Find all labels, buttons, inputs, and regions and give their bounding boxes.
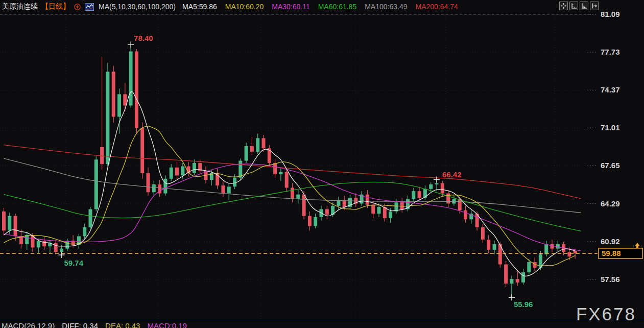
price-up-arrow-icon	[635, 243, 640, 249]
candle	[170, 164, 173, 181]
candle	[383, 203, 387, 221]
symbol-name: 美原油连续	[2, 2, 38, 11]
ma-values: MA5:59.86MA10:60.20MA30:60.11MA60:61.85M…	[182, 3, 458, 11]
jump-to-latest-icon[interactable]	[590, 2, 599, 10]
candle	[221, 181, 225, 197]
candle	[412, 188, 415, 201]
candle	[89, 207, 92, 229]
candle	[256, 134, 259, 154]
candle	[227, 183, 231, 200]
candle	[521, 269, 525, 285]
candle	[371, 201, 375, 218]
candle	[452, 196, 456, 206]
candle	[325, 206, 329, 219]
macd-macd-value: MACD:0.19	[147, 321, 187, 328]
candle	[83, 224, 86, 239]
candle	[481, 224, 485, 243]
candle	[77, 234, 81, 249]
chart-header: 美原油连续 【日线】 MA(5,10,30,60,100,200) MA5:59…	[2, 0, 458, 13]
swing-annotation: 59.74	[59, 252, 84, 267]
ma-value: MA100:63.49	[365, 3, 407, 11]
candle	[42, 238, 46, 250]
ma-value: MA5:59.86	[182, 3, 217, 11]
candle	[493, 241, 496, 254]
candle	[123, 83, 127, 111]
add-indicator-icon[interactable]	[74, 3, 81, 11]
ma-value: MA200:64.74	[415, 3, 458, 11]
candle	[268, 145, 271, 167]
candle	[187, 162, 190, 177]
candle	[354, 194, 357, 207]
candle	[100, 57, 104, 170]
swing-annotation: 66.42	[434, 170, 462, 183]
candle	[129, 44, 133, 108]
chart-toolbar	[559, 2, 599, 10]
candle	[406, 196, 410, 212]
candle	[446, 190, 450, 207]
chart-style-icon[interactable]	[85, 3, 94, 11]
candle	[487, 235, 490, 253]
swing-price-label: 55.96	[514, 300, 533, 309]
candle	[273, 158, 277, 178]
macd-readout: MACD(26,12,9) DIFF: 0.34 DEA: 0.43 MACD:…	[2, 321, 187, 328]
chart-canvas[interactable]: 78.4059.7466.4255.9681.0977.7374.3771.01…	[0, 0, 644, 328]
axis-tick-label: 60.92	[601, 237, 620, 246]
candle	[348, 195, 352, 209]
candle	[250, 137, 254, 155]
candle	[464, 206, 467, 223]
swing-price-label: 59.74	[64, 259, 84, 267]
axis-tick-label: 67.65	[601, 161, 620, 170]
axis-tick-label: 77.73	[601, 48, 620, 56]
candle	[163, 175, 167, 196]
axis-scale-icon[interactable]	[569, 2, 578, 10]
axis-tick-label: 81.09	[601, 10, 620, 18]
candle	[469, 210, 473, 224]
candle	[2, 208, 6, 235]
candle	[308, 212, 312, 231]
candle	[54, 240, 58, 254]
pan-icon[interactable]	[559, 2, 568, 10]
axis-tick-label: 57.56	[601, 275, 620, 284]
candle	[106, 63, 109, 167]
price-axis: 81.0977.7374.3771.0167.6564.2960.9257.56	[587, 10, 620, 284]
candle	[216, 169, 219, 189]
period-selector[interactable]: 【日线】	[41, 2, 70, 11]
candle	[291, 183, 294, 203]
macd-diff-value: DIFF: 0.34	[62, 321, 98, 328]
candle	[556, 241, 560, 251]
candle	[19, 229, 23, 249]
candle	[135, 49, 138, 133]
ma-value: MA30:60.11	[272, 3, 309, 11]
play-scale-icon[interactable]	[580, 2, 588, 10]
watermark: FX678	[576, 304, 636, 324]
candle	[25, 232, 29, 250]
candle	[147, 168, 150, 196]
candle	[516, 270, 519, 286]
candle	[245, 143, 248, 163]
swing-price-label: 66.42	[442, 170, 462, 179]
pane-separator	[0, 320, 644, 320]
candle	[400, 198, 404, 213]
candle	[94, 156, 98, 212]
ma-settings-label: MA(5,10,30,60,100,200)	[99, 3, 176, 11]
candle	[544, 241, 548, 256]
candle	[233, 174, 236, 189]
candle	[285, 170, 289, 191]
candle	[302, 191, 306, 219]
candle	[152, 181, 156, 196]
candle	[296, 190, 300, 203]
candles-layer	[2, 44, 577, 297]
axis-tick-label: 71.01	[601, 123, 620, 132]
swing-price-label: 78.40	[134, 34, 153, 42]
macd-dea-value: DEA: 0.43	[105, 321, 140, 328]
ma-value: MA60:61.85	[318, 3, 357, 11]
candle	[140, 123, 144, 179]
candle	[193, 159, 196, 175]
price-tag-value: 59.88	[602, 249, 621, 257]
candle	[14, 214, 17, 241]
candle	[175, 162, 179, 179]
swing-annotation: 78.40	[128, 34, 153, 48]
ma-value: MA10:60.20	[225, 3, 264, 11]
swing-annotation: 55.96	[509, 294, 533, 309]
axis-tick-label: 64.29	[601, 199, 620, 208]
